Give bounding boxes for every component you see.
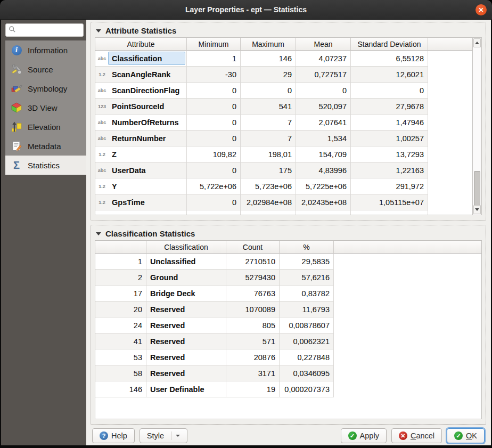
- attribute-row[interactable]: 1.2Y5,722e+065,723e+065,7225e+06291,972: [95, 178, 472, 194]
- percent-cell: 0,83782: [280, 286, 334, 302]
- attribute-cell[interactable]: abcReturnNumber: [95, 131, 187, 146]
- attribute-row-partial: [95, 210, 472, 215]
- value-cell: 0,727517: [296, 67, 351, 83]
- classification-row[interactable]: 20Reserved107008911,6793: [95, 302, 481, 317]
- group-title: Attribute Statistics: [105, 26, 176, 35]
- attribute-name[interactable]: UserData: [108, 164, 185, 177]
- attribute-statistics-group: Attribute Statistics AttributeMinimumMax…: [91, 22, 486, 221]
- column-header-blank[interactable]: [95, 241, 146, 254]
- attribute-name[interactable]: ScanDirectionFlag: [108, 84, 185, 97]
- attribute-row[interactable]: abcScanDirectionFlag0000: [95, 83, 472, 99]
- classification-row[interactable]: 53Reserved208760,227848: [95, 349, 481, 365]
- column-header-standard-deviation[interactable]: Standard Deviation: [351, 38, 428, 51]
- classification-row[interactable]: 41Reserved5710,0062321: [95, 333, 481, 349]
- attribute-name[interactable]: GpsTime: [108, 196, 185, 209]
- attribute-name[interactable]: ReturnNumber: [108, 132, 185, 145]
- attribute-row[interactable]: 1.2Z109,82198,01154,70913,7293: [95, 146, 472, 162]
- scroll-up-icon[interactable]: [473, 38, 481, 47]
- ok-icon: ✓: [454, 431, 463, 440]
- sidebar-item-symbology[interactable]: Symbology: [5, 79, 86, 98]
- sidebar-item-source[interactable]: Source: [5, 60, 86, 79]
- percent-cell: 0,00878607: [280, 317, 334, 333]
- value-cell: 1: [187, 51, 241, 67]
- attribute-row[interactable]: abcReturnNumber071,5341,00257: [95, 131, 472, 146]
- column-header-blank[interactable]: %: [280, 241, 334, 254]
- classification-row[interactable]: 17Bridge Deck767630,83782: [95, 286, 481, 302]
- attribute-row[interactable]: abcClassification11464,072376,55128: [95, 51, 472, 67]
- attribute-row[interactable]: 123PointSourceId0541520,09727,9678: [95, 99, 472, 115]
- titlebar[interactable]: Layer Properties - ept — Statistics ✕: [0, 0, 492, 20]
- attribute-cell[interactable]: 1.2ScanAngleRank: [95, 67, 187, 83]
- button-label: OK: [466, 431, 477, 440]
- group-title: Classification Statistics: [105, 229, 195, 238]
- sidebar-item-information[interactable]: iInformation: [5, 40, 86, 60]
- statistics-icon: Σ: [10, 159, 23, 172]
- value-cell: 1,05115e+07: [351, 194, 428, 210]
- value-cell: 1,47946: [351, 115, 428, 131]
- search-box[interactable]: [5, 23, 84, 37]
- collapse-arrow-icon[interactable]: [96, 232, 101, 235]
- value-cell: 1,00257: [351, 131, 428, 146]
- percent-cell: 0,0062321: [280, 333, 334, 349]
- classification-row[interactable]: 146User Definable190,000207373: [95, 381, 481, 397]
- percent-cell: 0,0346095: [280, 365, 334, 381]
- vertical-scrollbar[interactable]: [472, 38, 481, 215]
- attribute-cell[interactable]: 1.2GpsTime: [95, 194, 187, 210]
- attribute-row[interactable]: 1.2ScanAngleRank-30290,72751712,6021: [95, 67, 472, 83]
- search-input[interactable]: [18, 26, 80, 35]
- collapse-arrow-icon[interactable]: [96, 29, 101, 32]
- attribute-name[interactable]: Y: [108, 180, 185, 193]
- attribute-row[interactable]: abcUserData01754,839961,22163: [95, 162, 472, 178]
- value-cell: 146: [241, 51, 296, 67]
- attribute-cell[interactable]: abcScanDirectionFlag: [95, 83, 187, 99]
- style-button[interactable]: Style: [140, 428, 187, 443]
- class-code-cell: 41: [95, 333, 146, 349]
- attribute-row[interactable]: abcNumberOfReturns072,076411,47946: [95, 115, 472, 131]
- column-header-count[interactable]: Count: [226, 241, 280, 254]
- attribute-name[interactable]: NumberOfReturns: [108, 116, 185, 129]
- classification-statistics-header[interactable]: Classification Statistics: [95, 227, 482, 240]
- attribute-statistics-header[interactable]: Attribute Statistics: [95, 24, 482, 37]
- classification-row[interactable]: 1Unclassified271051029,5835: [95, 254, 481, 270]
- column-header-minimum[interactable]: Minimum: [187, 38, 241, 51]
- dropdown-arrow-icon[interactable]: [171, 431, 180, 440]
- help-button[interactable]: ?Help: [92, 428, 135, 443]
- classification-statistics-group: Classification Statistics Classification…: [91, 225, 486, 425]
- sidebar-item-statistics[interactable]: ΣStatistics: [5, 156, 86, 175]
- column-header-attribute[interactable]: Attribute: [95, 38, 187, 51]
- ok-button[interactable]: ✓OK: [447, 428, 485, 443]
- attribute-name[interactable]: ScanAngleRank: [108, 68, 185, 81]
- attribute-cell[interactable]: 1.2Y: [95, 178, 187, 194]
- class-code-cell: 1: [95, 254, 146, 270]
- field-type-abc-icon: abc: [96, 120, 108, 125]
- attribute-name[interactable]: Z: [108, 148, 185, 161]
- attribute-cell[interactable]: 1.2Z: [95, 146, 187, 162]
- attribute-name[interactable]: PointSourceId: [108, 100, 185, 113]
- sidebar-item-elevation[interactable]: Elevation: [5, 117, 86, 136]
- scrollbar-thumb[interactable]: [474, 171, 480, 206]
- attribute-cell[interactable]: abcNumberOfReturns: [95, 115, 187, 131]
- value-cell: 5,722e+06: [187, 178, 241, 194]
- sidebar-item-metadata[interactable]: Metadata: [5, 136, 86, 156]
- scroll-down-icon[interactable]: [473, 205, 481, 214]
- sidebar-nav: iInformationSourceSymbology3D ViewElevat…: [5, 40, 86, 175]
- attribute-cell[interactable]: abcClassification: [95, 51, 187, 67]
- column-header-maximum[interactable]: Maximum: [241, 38, 296, 51]
- column-header-mean[interactable]: Mean: [296, 38, 351, 51]
- classification-row[interactable]: 58Reserved31710,0346095: [95, 365, 481, 381]
- close-icon[interactable]: ✕: [475, 4, 487, 15]
- attribute-cell[interactable]: 123PointSourceId: [95, 99, 187, 115]
- classification-row[interactable]: 24Reserved8050,00878607: [95, 317, 481, 333]
- classification-row[interactable]: 2Ground527943057,6216: [95, 270, 481, 286]
- apply-button[interactable]: ✓Apply: [341, 428, 387, 443]
- attribute-name[interactable]: Classification: [108, 52, 185, 65]
- attribute-cell[interactable]: abcUserData: [95, 162, 187, 178]
- count-cell: 20876: [226, 349, 280, 365]
- attribute-row[interactable]: 1.2GpsTime02,02984e+082,02435e+081,05115…: [95, 194, 472, 210]
- value-cell: 0: [351, 83, 428, 99]
- button-label: Apply: [360, 431, 379, 440]
- classification-table-body: ClassificationCount%1Unclassified2710510…: [95, 241, 481, 419]
- column-header-classification[interactable]: Classification: [146, 241, 226, 254]
- cancel-button[interactable]: ✕Cancel: [391, 428, 442, 443]
- sidebar-item-3d-view[interactable]: 3D View: [5, 98, 86, 117]
